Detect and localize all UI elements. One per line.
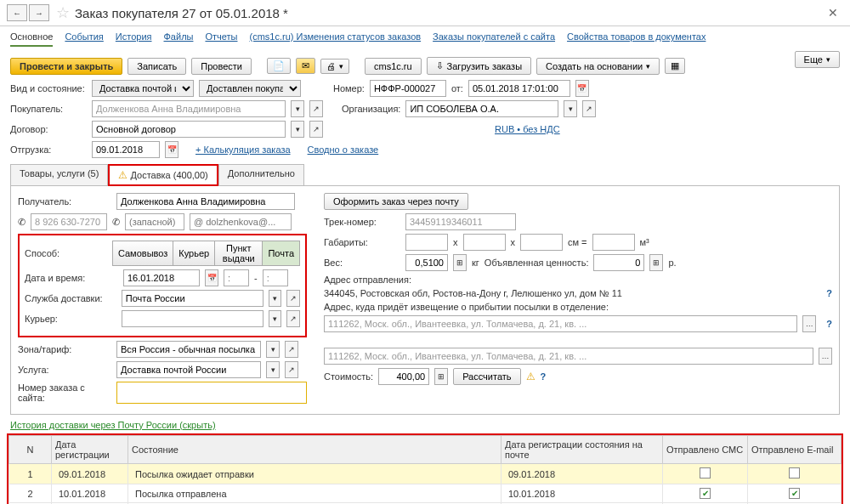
kind-select-1[interactable]: Доставка почтой и другое <box>92 80 194 97</box>
weight-input[interactable] <box>405 254 448 271</box>
addr1-input[interactable] <box>324 315 797 332</box>
calc-button[interactable]: Рассчитать <box>453 368 520 385</box>
more-button[interactable]: Еще <box>795 51 840 68</box>
seg-courier[interactable]: Курьер <box>173 241 215 266</box>
number-input[interactable] <box>370 80 446 97</box>
buyer-dd[interactable]: ▾ <box>291 100 304 117</box>
table-row[interactable]: 109.01.2018Посылка ожидает отправки09.01… <box>9 464 842 484</box>
currency-link[interactable]: RUB • без НДС <box>495 124 560 134</box>
load-orders-button[interactable]: ⇩ Загрузить заказы <box>427 57 531 75</box>
cost-input[interactable] <box>378 368 429 385</box>
col-reg[interactable]: Дата регистрации <box>52 436 128 464</box>
back-button[interactable]: ← <box>7 4 27 21</box>
email-input[interactable] <box>190 213 292 230</box>
dim-w[interactable] <box>405 234 448 251</box>
zone-open[interactable]: ↗ <box>285 341 298 358</box>
close-icon[interactable]: ✕ <box>823 6 843 20</box>
cost-calc[interactable]: ⊞ <box>434 368 448 385</box>
ship-date-input[interactable] <box>92 141 160 158</box>
nav-main[interactable]: Основное <box>10 31 53 47</box>
dservice-dd[interactable]: ▾ <box>266 361 280 378</box>
service-input[interactable] <box>122 290 264 307</box>
cell-email[interactable] <box>748 484 842 503</box>
seg-post[interactable]: Почта <box>262 241 300 266</box>
declared-calc[interactable]: ⊞ <box>649 254 663 271</box>
mail-order-button[interactable]: Оформить заказ через почту <box>324 193 468 210</box>
buyer-input[interactable] <box>92 100 286 117</box>
addr1-btn[interactable]: … <box>802 315 816 332</box>
zone-input[interactable] <box>116 341 261 358</box>
save-button[interactable]: Записать <box>128 58 186 75</box>
dt-cal-icon[interactable]: 📅 <box>205 269 218 286</box>
ship-cal-icon[interactable]: 📅 <box>165 141 178 158</box>
cms-button[interactable]: cms1c.ru <box>365 58 422 75</box>
cell-sms[interactable] <box>663 464 748 484</box>
zone-dd[interactable]: ▾ <box>266 341 280 358</box>
nav-site-orders[interactable]: Заказы покупателей с сайта <box>433 31 555 47</box>
org-open[interactable]: ↗ <box>582 100 596 117</box>
addr2-input[interactable] <box>324 348 813 365</box>
courier-dd[interactable]: ▾ <box>269 310 282 327</box>
datetime-input[interactable] <box>123 269 200 286</box>
service-dd[interactable]: ▾ <box>269 290 282 307</box>
phone2-input[interactable] <box>125 213 184 230</box>
org-input[interactable] <box>405 100 558 117</box>
dim-vol[interactable] <box>592 234 635 251</box>
contract-input[interactable] <box>92 121 286 138</box>
date-input[interactable] <box>468 80 570 97</box>
tab-extra[interactable]: Дополнительно <box>218 164 304 186</box>
post-close-button[interactable]: Провести и закрыть <box>10 58 122 75</box>
nav-events[interactable]: События <box>65 31 103 47</box>
icon-btn-1[interactable]: 📄 <box>267 58 291 74</box>
col-state[interactable]: Состояние <box>128 436 502 464</box>
cell-sms[interactable] <box>663 484 748 503</box>
weight-calc[interactable]: ⊞ <box>453 254 467 271</box>
print-button[interactable]: 🖨 <box>320 59 349 74</box>
summary-link[interactable]: Сводно о заказе <box>308 144 379 155</box>
star-icon[interactable]: ☆ <box>56 3 70 22</box>
service-open[interactable]: ↗ <box>286 290 300 307</box>
phone-input[interactable] <box>31 213 107 230</box>
nav-reports[interactable]: Отчеты <box>205 31 237 47</box>
col-sms[interactable]: Отправлено СМС <box>663 436 748 464</box>
site-order-input[interactable] <box>119 384 304 401</box>
seg-pickup[interactable]: Самовывоз <box>112 241 173 266</box>
buyer-open[interactable]: ↗ <box>309 100 323 117</box>
nav-files[interactable]: Файлы <box>164 31 194 47</box>
org-dd[interactable]: ▾ <box>564 100 577 117</box>
addr2-btn[interactable]: … <box>819 348 832 365</box>
dservice-open[interactable]: ↗ <box>285 361 298 378</box>
tab-goods[interactable]: Товары, услуги (5) <box>10 164 108 186</box>
declared-input[interactable] <box>593 254 644 271</box>
time-to[interactable] <box>263 269 288 286</box>
time-from[interactable] <box>224 269 249 286</box>
icon-btn-2[interactable]: ✉ <box>296 58 315 74</box>
col-n[interactable]: N <box>9 436 52 464</box>
col-email[interactable]: Отправлено E-mail <box>748 436 842 464</box>
post-button[interactable]: Провести <box>191 58 252 75</box>
seg-point[interactable]: Пункт выдачи <box>214 241 263 266</box>
courier-input[interactable] <box>122 310 264 327</box>
nav-doc-props[interactable]: Свойства товаров в документах <box>567 31 706 47</box>
courier-open[interactable]: ↗ <box>286 310 300 327</box>
dim-h[interactable] <box>463 234 506 251</box>
help-icon-2[interactable]: ? <box>826 319 832 329</box>
contract-open[interactable]: ↗ <box>309 121 323 138</box>
help-icon-3[interactable]: ? <box>541 371 547 382</box>
calc-link[interactable]: + Калькуляция заказа <box>196 144 291 155</box>
contract-dd[interactable]: ▾ <box>291 121 304 138</box>
track-input[interactable] <box>405 213 516 230</box>
settings-icon-btn[interactable]: ▦ <box>665 58 685 74</box>
history-toggle[interactable]: История доставки через Почту России (скр… <box>10 420 216 430</box>
dim-d[interactable] <box>520 234 563 251</box>
dservice-input[interactable] <box>116 361 261 378</box>
create-based-button[interactable]: Создать на основании <box>536 58 660 75</box>
nav-history[interactable]: История <box>116 31 152 47</box>
tab-delivery[interactable]: ⚠ Доставка (400,00) <box>108 164 218 186</box>
recipient-input[interactable] <box>116 193 295 210</box>
table-row[interactable]: 210.01.2018Посылка отправлена10.01.2018 <box>9 484 842 503</box>
nav-cms-status[interactable]: (cms1c.ru) Изменения статусов заказов <box>249 31 421 47</box>
calendar-icon[interactable]: 📅 <box>575 80 589 97</box>
cell-email[interactable] <box>748 464 842 484</box>
col-post-reg[interactable]: Дата регистрации состояния на почте <box>502 436 663 464</box>
